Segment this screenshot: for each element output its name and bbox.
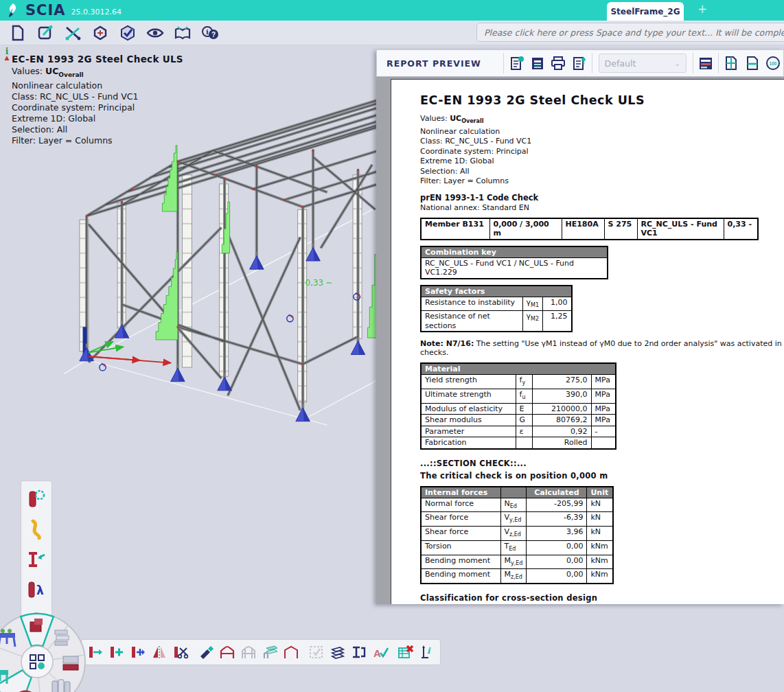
new-document-icon <box>10 25 25 41</box>
report-page-area[interactable]: EC-EN 1993 2G Steel Check ULS Values: UC… <box>376 77 784 604</box>
wheel-hub[interactable] <box>21 646 53 678</box>
spotlight-search-input[interactable] <box>476 23 784 42</box>
library-button[interactable] <box>169 22 196 44</box>
delete-table-button[interactable] <box>395 641 416 663</box>
table-row: Shear forceVz,Ed3,96kN <box>421 527 613 541</box>
wheel-item-load-panel-icon[interactable] <box>63 656 78 670</box>
export-report-button[interactable] <box>568 52 589 74</box>
copy-member-button[interactable] <box>106 641 127 663</box>
legend-line: Class: RC_NC_ULS - Fund VC1 <box>12 91 183 102</box>
table-cell: E <box>516 403 532 415</box>
table-cell: kNm <box>587 555 613 569</box>
legend-info-icon[interactable]: i▲ <box>2 48 12 60</box>
svg-text:i: i <box>427 646 431 656</box>
table-row: RC_NC_ULS - Fund VC1 / NC_ULS - Fund VC1… <box>421 257 608 279</box>
report-page: EC-EN 1993 2G Steel Check ULS Values: UC… <box>391 79 784 604</box>
table-cell: 0,92 <box>532 426 591 437</box>
cross-section-arrow-icon <box>26 549 47 570</box>
wheel-item-materials-icon[interactable] <box>52 680 70 692</box>
title-bar: SCIA 25.0.3012.64 SteelFrame_2G + <box>0 0 784 21</box>
paintbrush-icon <box>198 644 214 660</box>
material-table: MaterialYield strengthfy275,0MPaUltimate… <box>420 362 616 449</box>
ground-plane-lines <box>64 207 377 426</box>
svg-text:i: i <box>206 28 209 36</box>
visibility-button[interactable] <box>141 22 169 44</box>
table-header-cell <box>500 487 527 498</box>
slenderness-lambda-button[interactable]: λ <box>23 575 50 605</box>
chevron-down-icon: ⌄ <box>674 60 680 67</box>
report-preview-header: REPORT PREVIEW Default <box>376 49 784 77</box>
report-style-button[interactable] <box>695 52 716 74</box>
text-check-button[interactable]: A <box>369 641 391 663</box>
zoom-100-button[interactable]: 100 <box>763 52 783 74</box>
deformed-member-button[interactable] <box>23 514 50 544</box>
table-row: Modulus of elasticityE210000,0MPa <box>421 403 616 415</box>
new-tab-button[interactable]: + <box>692 2 713 19</box>
new-report-button[interactable] <box>506 52 527 74</box>
table-cell: Vy,Ed <box>500 512 527 527</box>
legend-line: Coordinate system: Principal <box>12 102 183 113</box>
text-check-icon: A <box>371 644 389 660</box>
table-row: TorsionTEd0,00kNm <box>421 540 613 555</box>
wheel-item-slabs-icon[interactable] <box>55 630 69 645</box>
frame-wizard-disabled-button[interactable] <box>238 641 259 663</box>
two-page-view-button[interactable] <box>721 52 741 74</box>
trim-member-button[interactable] <box>170 641 191 663</box>
table-row: Resistance of net sectionsγM21,25 <box>421 311 572 332</box>
table-row: Shear modulusG80769,2MPa <box>421 415 616 426</box>
project-viewer-button[interactable] <box>87 22 114 44</box>
new-report-icon <box>509 55 524 71</box>
print-button[interactable] <box>548 52 568 74</box>
app-version: 25.0.3012.64 <box>71 8 122 16</box>
new-document-button[interactable] <box>4 22 32 44</box>
add-member-button[interactable] <box>127 641 148 663</box>
note-paragraph: Note: N7/16: The setting "Use γM1 instea… <box>420 339 784 357</box>
table-cell: RC_NC_ULS - Fund VC1 <box>637 218 724 240</box>
table-cell: kNm <box>587 569 613 584</box>
frame-wizard-button[interactable] <box>216 641 238 663</box>
table-cell: kNm <box>587 540 613 555</box>
table-cell: fu <box>516 389 532 404</box>
result-legend: EC-EN 1993 2G Steel Check ULS Values: UC… <box>12 54 183 146</box>
edit-icon <box>37 25 54 41</box>
table-row: Member B1310,000 / 3,000 mHE180AS 275RC_… <box>421 218 758 240</box>
support-cones <box>80 244 365 422</box>
joint-markers <box>86 150 359 365</box>
table-cell <box>516 437 532 449</box>
report-template-dropdown[interactable]: Default ⌄ <box>599 54 687 73</box>
help-button[interactable]: i ? <box>196 22 224 44</box>
table-cell: 390,0 <box>532 389 591 404</box>
two-page-view-icon <box>724 55 739 71</box>
cross-section-arrow-button[interactable] <box>23 544 50 575</box>
member-check-settings-button[interactable] <box>23 484 50 514</box>
workstation-wheel[interactable] <box>0 610 96 692</box>
wall-panels <box>80 175 362 402</box>
tools-button[interactable] <box>59 22 87 44</box>
steel-member-edges <box>87 98 385 420</box>
paintbrush-button[interactable] <box>195 641 216 663</box>
check-structure-button[interactable] <box>114 22 141 44</box>
table-cell: G <box>516 415 532 426</box>
table-header-cell: Internal forces <box>421 487 500 498</box>
dimension-info-button[interactable]: i <box>416 641 437 663</box>
portal-frame-button[interactable] <box>280 641 301 663</box>
one-page-view-button[interactable] <box>741 52 762 74</box>
table-header-cell: Safety factors <box>421 286 572 297</box>
report-meta-line: Nonlinear calculation <box>420 127 784 137</box>
selection-check-disabled-button[interactable] <box>305 641 327 663</box>
hinge-symbols <box>100 293 360 371</box>
table-cell: Parameter <box>421 426 516 437</box>
classification-heading: Classification for cross-section design <box>420 593 784 603</box>
svg-text:λ: λ <box>36 584 44 597</box>
table-of-contents-button[interactable] <box>527 52 548 74</box>
table-cell: 80769,2 <box>532 415 591 426</box>
main-toolbar: i ? <box>0 21 784 45</box>
delete-table-icon <box>397 644 415 660</box>
edit-model-button[interactable] <box>32 22 59 44</box>
table-cell: 0,00 <box>527 555 587 569</box>
mirror-button[interactable] <box>148 641 170 663</box>
layers-button[interactable] <box>327 641 348 663</box>
section-label-button[interactable] <box>348 641 369 663</box>
storey-layers-button[interactable] <box>259 641 280 663</box>
project-tab[interactable]: SteelFrame_2G <box>607 2 684 21</box>
